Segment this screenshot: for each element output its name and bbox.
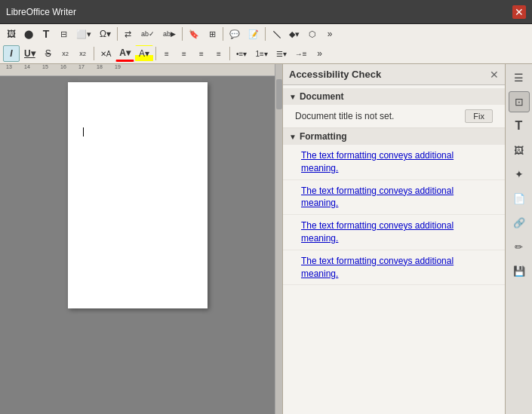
find-replace-button[interactable]: ⇄: [120, 26, 137, 42]
format-link-0[interactable]: The text formatting conveys additional m…: [301, 149, 493, 175]
subscript-button[interactable]: x2: [75, 45, 91, 62]
separator-2: [182, 27, 183, 41]
document-area: 13 14 15 16 17 18 19: [0, 64, 275, 414]
insert-circle-button[interactable]: ⬤: [20, 26, 37, 42]
line-draw-button[interactable]: |: [264, 22, 288, 45]
accessibility-panel: Accessibility Check ✕ ▼ Document Documen…: [282, 64, 505, 414]
section-formatting-header[interactable]: ▼ Formatting: [283, 128, 505, 145]
insert-frame-button[interactable]: ⬜▾: [72, 26, 95, 42]
track-changes-button[interactable]: 📝: [244, 26, 263, 42]
ruler-tick-15: 15: [42, 64, 48, 69]
format-item-3: The text formatting conveys additional m…: [283, 250, 505, 286]
ruler-content: 13 14 15 16 17 18 19: [3, 69, 272, 71]
panel-header: Accessibility Check ✕: [283, 64, 505, 85]
separator-3: [223, 27, 223, 41]
bookmark-button[interactable]: 🔖: [185, 26, 203, 42]
rt-save-button[interactable]: 💾: [509, 260, 530, 281]
clear-format-button[interactable]: ✕A: [97, 45, 115, 62]
toolbar-area: 🖼 ⬤ T ⊟ ⬜▾ Ω▾ ⇄ ab✓ ab▶ 🔖 ⊞ 💬 📝 | ◆▾ ⬡ »…: [0, 24, 532, 64]
insert-text-button[interactable]: T: [38, 26, 54, 42]
bullets-button[interactable]: •≡▾: [232, 45, 251, 62]
font-color-button[interactable]: A▾: [115, 45, 134, 62]
separator-1: [117, 27, 118, 41]
strikethrough-button[interactable]: S: [40, 45, 57, 62]
ruler-tick-14: 14: [24, 64, 30, 69]
rt-toggle-button[interactable]: ⊡: [509, 91, 530, 112]
toolbar-row-2: I U▾ S x2 x2 ✕A A▾ A▾ ≡ ≡ ≡ ≡ •≡▾ 1≡▾ ☰▾…: [0, 44, 532, 63]
insert-image-button[interactable]: 🖼: [3, 26, 20, 42]
window-close-button[interactable]: ✕: [512, 5, 526, 19]
page-canvas: [0, 76, 275, 414]
ruler-tick-19: 19: [115, 64, 121, 69]
more-row2-button[interactable]: »: [312, 45, 328, 62]
format-item-1: The text formatting conveys additional m…: [283, 180, 505, 216]
format-link-2[interactable]: The text formatting conveys additional m…: [301, 219, 493, 245]
rt-star-button[interactable]: ✦: [509, 164, 530, 185]
insert-symbol-button[interactable]: Ω▾: [96, 26, 115, 42]
section-document-label: Document: [300, 91, 344, 102]
ruler-tick-18: 18: [97, 64, 103, 69]
insert-special1-button[interactable]: ⊟: [55, 26, 72, 42]
ruler-tick-16: 16: [60, 64, 66, 69]
align-right-button[interactable]: ≡: [193, 45, 210, 62]
autocorrect-button[interactable]: ab▶: [159, 26, 180, 42]
outline-button[interactable]: ☰▾: [272, 45, 291, 62]
more-row1-button[interactable]: »: [321, 26, 338, 42]
right-toolbar: ☰ ⊡ T 🖼 ✦ 📄 🔗 ✏ 💾: [505, 64, 532, 414]
section-formatting-label: Formatting: [300, 131, 347, 142]
text-cursor: [83, 127, 84, 136]
section-triangle-formatting: ▼: [289, 133, 297, 141]
shapes-button[interactable]: ⬡: [304, 26, 321, 42]
rt-image-button[interactable]: 🖼: [509, 140, 530, 161]
rt-character-button[interactable]: T: [509, 115, 530, 136]
doc-item-title: Document title is not set. Fix: [283, 105, 505, 128]
format-link-3[interactable]: The text formatting conveys additional m…: [301, 255, 493, 281]
doc-item-text-title: Document title is not set.: [295, 111, 465, 121]
highlight-button[interactable]: A▾: [135, 45, 153, 62]
italic-button[interactable]: I: [3, 45, 20, 62]
panel-title: Accessibility Check: [289, 69, 381, 80]
format-item-2: The text formatting conveys additional m…: [283, 215, 505, 250]
content-area: 13 14 15 16 17 18 19: [0, 64, 532, 414]
section-triangle-document: ▼: [289, 93, 297, 101]
ruler: 13 14 15 16 17 18 19: [0, 64, 275, 76]
main-window: 🖼 ⬤ T ⊟ ⬜▾ Ω▾ ⇄ ab✓ ab▶ 🔖 ⊞ 💬 📝 | ◆▾ ⬡ »…: [0, 24, 532, 414]
rt-page-button[interactable]: 📄: [509, 188, 530, 209]
diamond-button[interactable]: ◆▾: [285, 26, 303, 42]
rt-link-button[interactable]: 🔗: [509, 212, 530, 233]
align-left-button[interactable]: ≡: [158, 45, 175, 62]
app-title: LibreOffice Writer: [6, 7, 76, 17]
fix-button-title[interactable]: Fix: [465, 109, 493, 123]
format-link-1[interactable]: The text formatting conveys additional m…: [301, 185, 493, 210]
document-page: [68, 82, 208, 308]
separator-7: [229, 47, 230, 60]
vertical-scrollbar[interactable]: [275, 64, 282, 414]
numbering-button[interactable]: 1≡▾: [251, 45, 271, 62]
underline-button[interactable]: U▾: [20, 45, 39, 62]
ruler-tick-13: 13: [6, 64, 12, 69]
rt-menu-button[interactable]: ☰: [509, 67, 530, 88]
title-bar: LibreOffice Writer ✕: [0, 0, 532, 24]
panel-close-button[interactable]: ✕: [490, 69, 499, 80]
justify-button[interactable]: ≡: [211, 45, 227, 62]
spell-check-button[interactable]: ab✓: [137, 26, 158, 42]
ruler-tick-17: 17: [78, 64, 85, 69]
comment-button[interactable]: 💬: [226, 26, 244, 42]
format-item-0: The text formatting conveys additional m…: [283, 145, 505, 180]
section-document-header[interactable]: ▼ Document: [283, 88, 505, 105]
separator-5: [94, 47, 94, 60]
separator-6: [155, 47, 156, 60]
indent-button[interactable]: →≡: [291, 45, 311, 62]
rt-edit-button[interactable]: ✏: [509, 236, 530, 257]
scroll-thumb[interactable]: [276, 79, 282, 109]
superscript-button[interactable]: x2: [57, 45, 74, 62]
toolbar-row-1: 🖼 ⬤ T ⊟ ⬜▾ Ω▾ ⇄ ab✓ ab▶ 🔖 ⊞ 💬 📝 | ◆▾ ⬡ »: [0, 24, 532, 44]
panel-content: ▼ Document Document title is not set. Fi…: [283, 85, 505, 414]
align-center-button[interactable]: ≡: [176, 45, 192, 62]
list-indent-button[interactable]: ⊞: [204, 26, 220, 42]
